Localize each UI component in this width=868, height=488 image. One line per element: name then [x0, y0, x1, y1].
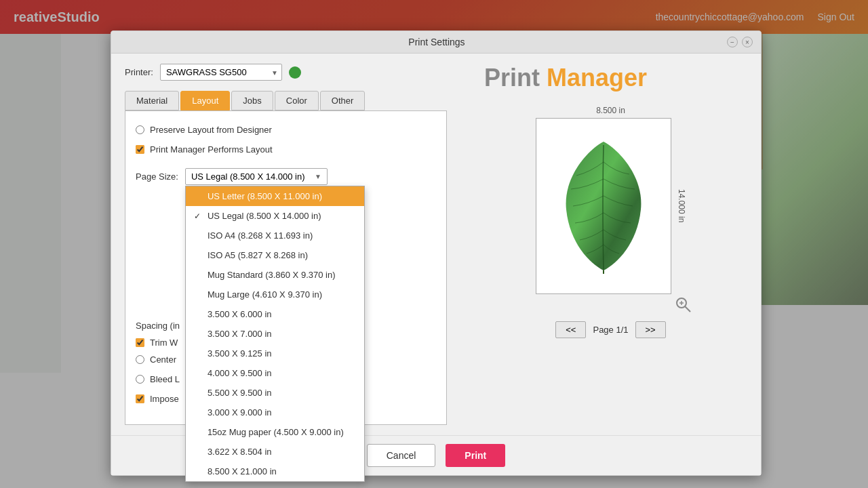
dropdown-item-8500x21[interactable]: 8.500 X 21.000 in	[186, 462, 364, 481]
tab-jobs[interactable]: Jobs	[231, 91, 273, 110]
dropdown-item-3500x6[interactable]: 3.500 X 6.000 in	[186, 304, 364, 324]
trim-label: Trim W	[150, 338, 178, 348]
preserve-layout-radio[interactable]	[136, 125, 144, 134]
print-word: Print	[484, 64, 540, 92]
dropdown-label-iso-a5: ISO A5 (5.827 X 8.268 in)	[208, 250, 308, 260]
dropdown-item-4000x9500[interactable]: 4.000 X 9.500 in	[186, 363, 364, 383]
dialog-title: Print Settings	[146, 37, 727, 47]
print-settings-dialog: Print Settings − × Printer: SAWGRASS SG5…	[111, 30, 762, 476]
dropdown-label-iso-a4: ISO A4 (8.268 X 11.693 in)	[208, 230, 313, 241]
print-manager-layout-label: Print Manager Performs Layout	[150, 144, 273, 155]
left-panel: Printer: SAWGRASS SG500 ▼ Material Layou…	[111, 54, 460, 435]
page-navigation: << Page 1/1 >>	[555, 321, 665, 338]
cancel-button[interactable]: Cancel	[367, 444, 436, 467]
dropdown-check-us-legal: ✓	[194, 211, 203, 221]
center-label: Center	[150, 354, 176, 365]
dropdown-item-5500x9500[interactable]: 5.500 X 9.500 in	[186, 383, 364, 403]
dropdown-label-3500x7: 3.500 X 7.000 in	[208, 329, 272, 339]
dropdown-item-3000x9000[interactable]: 3.000 X 9.000 in	[186, 403, 364, 422]
minimize-button[interactable]: −	[727, 37, 738, 47]
dimension-top: 8.500 in	[536, 106, 686, 115]
page-indicator: Page 1/1	[593, 325, 628, 335]
print-manager-title: Print Manager	[484, 64, 647, 92]
close-button[interactable]: ×	[742, 37, 753, 47]
tab-other[interactable]: Other	[320, 91, 366, 110]
impose-label: Impose	[150, 394, 179, 404]
dropdown-label-us-legal: US Legal (8.500 X 14.000 in)	[208, 211, 321, 221]
page-size-value: US Legal (8.500 X 14.000 in)	[191, 171, 305, 182]
leaf-preview-svg	[556, 135, 651, 277]
dropdown-label-3622x8504: 3.622 X 8.504 in	[208, 447, 272, 457]
page-size-select-wrap: US Legal (8.500 X 14.000 in) ▼ US Letter…	[185, 168, 328, 185]
dropdown-item-3500x9125[interactable]: 3.500 X 9.125 in	[186, 344, 364, 363]
dialog-controls[interactable]: − ×	[727, 37, 753, 47]
trim-checkbox[interactable]	[136, 338, 144, 347]
print-button[interactable]: Print	[446, 444, 505, 467]
print-manager-layout-row: Print Manager Performs Layout	[136, 144, 436, 155]
preserve-layout-row: Preserve Layout from Designer	[136, 125, 436, 135]
dropdown-label-8500x21: 8.500 X 21.000 in	[208, 466, 277, 476]
page-size-label: Page Size:	[136, 171, 178, 182]
prev-page-button[interactable]: <<	[555, 321, 586, 338]
dropdown-label-4000x9500: 4.000 X 9.500 in	[208, 368, 272, 378]
dropdown-label-5500x9500: 5.500 X 9.500 in	[208, 388, 272, 398]
dropdown-item-us-legal[interactable]: ✓ US Legal (8.500 X 14.000 in)	[186, 206, 364, 226]
preview-row: 14.000 in	[536, 118, 686, 294]
page-size-row: Page Size: US Legal (8.500 X 14.000 in) …	[136, 168, 436, 185]
center-radio[interactable]	[136, 355, 144, 364]
tabs: Material Layout Jobs Color Other	[125, 91, 447, 110]
bleed-label: Bleed L	[150, 374, 180, 384]
tab-content-layout: Preserve Layout from Designer Print Mana…	[125, 110, 447, 425]
dropdown-item-15oz-mug[interactable]: 15oz Mug paper (4.500 X 9.000 in)	[186, 422, 364, 442]
tab-material[interactable]: Material	[125, 91, 179, 110]
dropdown-item-mug-large[interactable]: Mug Large (4.610 X 9.370 in)	[186, 285, 364, 304]
page-size-dropdown: US Letter (8.500 X 11.000 in) ✓ US Legal…	[185, 186, 365, 482]
next-page-button[interactable]: >>	[635, 321, 666, 338]
tab-layout[interactable]: Layout	[180, 91, 230, 110]
dropdown-item-3622x8504[interactable]: 3.622 X 8.504 in	[186, 442, 364, 462]
printer-status-dot	[289, 66, 301, 79]
printer-select-wrap: SAWGRASS SG500 ▼	[160, 64, 282, 81]
svg-line-2	[685, 306, 690, 312]
right-panel: Print Manager 8.500 in	[460, 54, 761, 435]
dropdown-label-mug-standard: Mug Standard (3.860 X 9.370 in)	[208, 270, 336, 280]
dropdown-item-3500x7[interactable]: 3.500 X 7.000 in	[186, 324, 364, 344]
dropdown-item-iso-a4[interactable]: ISO A4 (8.268 X 11.693 in)	[186, 226, 364, 245]
preview-area: 8.500 in	[536, 106, 686, 294]
manager-word: Manager	[547, 64, 647, 92]
impose-checkbox[interactable]	[136, 394, 144, 403]
bleed-radio[interactable]	[136, 375, 144, 384]
printer-select[interactable]: SAWGRASS SG500	[160, 64, 282, 81]
dropdown-item-us-letter[interactable]: US Letter (8.500 X 11.000 in)	[186, 186, 364, 206]
dropdown-item-iso-a5[interactable]: ISO A5 (5.827 X 8.268 in)	[186, 245, 364, 265]
page-size-display[interactable]: US Legal (8.500 X 14.000 in) ▼	[185, 168, 328, 185]
dialog-titlebar: Print Settings − ×	[111, 31, 761, 54]
zoom-icon[interactable]	[674, 296, 693, 314]
dropdown-label-3000x9000: 3.000 X 9.000 in	[208, 407, 272, 418]
page-size-arrow-icon: ▼	[315, 173, 321, 180]
dropdown-label-3500x9125: 3.500 X 9.125 in	[208, 348, 272, 359]
print-manager-layout-checkbox[interactable]	[136, 145, 144, 154]
dropdown-label-mug-large: Mug Large (4.610 X 9.370 in)	[208, 289, 322, 300]
printer-label: Printer:	[125, 67, 153, 77]
spacing-label: Spacing (in	[136, 321, 180, 331]
tab-color[interactable]: Color	[275, 91, 319, 110]
dialog-content: Printer: SAWGRASS SG500 ▼ Material Layou…	[111, 54, 761, 435]
preview-page	[536, 118, 671, 294]
dropdown-item-mug-standard[interactable]: Mug Standard (3.860 X 9.370 in)	[186, 265, 364, 285]
preserve-layout-label: Preserve Layout from Designer	[150, 125, 272, 135]
dropdown-label-us-letter: US Letter (8.500 X 11.000 in)	[208, 191, 322, 201]
dropdown-label-3500x6: 3.500 X 6.000 in	[208, 309, 272, 319]
dimension-right: 14.000 in	[674, 118, 686, 294]
dropdown-label-15oz-mug: 15oz Mug paper (4.500 X 9.000 in)	[208, 427, 344, 437]
printer-row: Printer: SAWGRASS SG500 ▼	[125, 64, 447, 81]
